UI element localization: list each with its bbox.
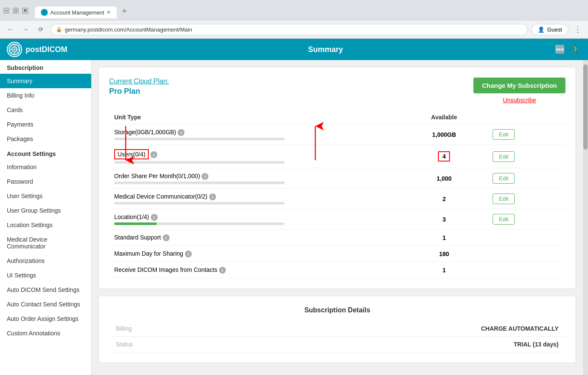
unit-name-cell: Maximum Day for Sharing i: [109, 246, 401, 262]
sidebar-item-custom-annotations[interactable]: Custom Annotations: [0, 326, 91, 340]
available-value: 1: [442, 267, 446, 274]
scrollbar-thumb[interactable]: [583, 64, 588, 150]
available-value: 180: [439, 251, 449, 257]
edit-cell: Edit: [487, 145, 565, 168]
info-icon[interactable]: i: [151, 214, 158, 221]
info-icon[interactable]: i: [209, 193, 216, 200]
edit-button[interactable]: Edit: [493, 193, 515, 204]
unit-name: Receive DICOM Images from Contacts: [114, 266, 217, 273]
guest-button[interactable]: 👤 Guest: [531, 24, 568, 35]
url-bar[interactable]: 🔒 germany.postdicom.com/AccountManagemen…: [50, 24, 528, 35]
sidebar-item-user-settings[interactable]: User Settings: [0, 189, 91, 203]
exit-icon[interactable]: 🚶: [571, 44, 581, 55]
available-cell: 2: [401, 189, 487, 209]
info-icon[interactable]: i: [163, 234, 170, 241]
sidebar-item-ui-settings[interactable]: UI Settings: [0, 268, 91, 283]
maximize-button[interactable]: □: [13, 8, 19, 14]
table-row: Order Share Per Month(0/1,000) i1,000Edi…: [109, 168, 565, 189]
edit-button[interactable]: Edit: [493, 214, 515, 225]
logo-icon: [7, 42, 22, 57]
sidebar-item-information[interactable]: Information: [0, 160, 91, 174]
col-available: Available: [401, 110, 487, 124]
sidebar-item-billing-info[interactable]: Billing Info: [0, 88, 91, 103]
url-lock-icon: 🔒: [56, 26, 62, 32]
sidebar-item-password[interactable]: Password: [0, 174, 91, 189]
unit-name: Medical Device Communicator(0/2): [114, 193, 208, 200]
edit-cell: [487, 246, 565, 262]
sidebar-item-auto-dicom[interactable]: Auto DICOM Send Settings: [0, 283, 91, 297]
unit-name: Storage(0GB/1,000GB): [114, 129, 176, 136]
table-row: Receive DICOM Images from Contacts i1: [109, 262, 565, 278]
forward-button[interactable]: →: [20, 23, 32, 35]
table-row: Storage(0GB/1,000GB) i1,000GBEdit: [109, 124, 565, 145]
unit-name: Order Share Per Month(0/1,000): [114, 173, 200, 179]
available-value: 1: [442, 234, 446, 241]
url-text: germany.postdicom.com/AccountManagement/…: [65, 26, 192, 33]
close-button[interactable]: ✕: [22, 8, 28, 14]
sidebar-item-location-settings[interactable]: Location Settings: [0, 218, 91, 232]
main-layout: Subscription Summary Billing Info Cards …: [0, 60, 588, 375]
edit-button[interactable]: Edit: [493, 151, 515, 162]
sidebar-item-payments[interactable]: Payments: [0, 117, 91, 132]
sidebar-item-summary[interactable]: Summary: [0, 74, 91, 88]
info-icon[interactable]: i: [202, 173, 208, 180]
table-row: Standard Support i1: [109, 230, 565, 246]
notification-icon[interactable]: 🆕: [555, 44, 565, 55]
change-subscription-button[interactable]: Change My Subscription: [473, 78, 565, 93]
sidebar: Subscription Summary Billing Info Cards …: [0, 60, 92, 375]
info-icon[interactable]: i: [178, 129, 184, 136]
sidebar-item-authorizations[interactable]: Authorizations: [0, 254, 91, 268]
plan-header: Current Cloud Plan: Pro Plan Change My S…: [109, 78, 565, 104]
scrollbar[interactable]: [583, 60, 588, 375]
info-icon[interactable]: i: [150, 151, 157, 158]
tab-close-button[interactable]: ✕: [107, 9, 111, 15]
details-row: StatusTRIAL (13 days): [109, 337, 565, 352]
logo-text: postDICOM: [26, 45, 67, 54]
available-cell: 4: [401, 145, 487, 168]
unit-name: Location(1/4): [114, 213, 149, 220]
available-value: 1,000GB: [432, 131, 456, 138]
back-button[interactable]: ←: [4, 23, 16, 35]
progress-bar-container: [114, 222, 285, 225]
reload-button[interactable]: ⟳: [35, 23, 47, 35]
tab-title: Account Management: [50, 9, 104, 16]
details-label: Status: [109, 337, 160, 352]
active-tab[interactable]: Account Management ✕: [35, 6, 117, 18]
unit-name-cell: Order Share Per Month(0/1,000) i: [109, 168, 401, 189]
window-controls: – □ ✕: [3, 8, 28, 14]
app-header: postDICOM Summary 🆕 🚶: [0, 39, 588, 60]
available-cell: 1: [401, 230, 487, 246]
edit-button[interactable]: Edit: [493, 173, 515, 184]
table-row: Maximum Day for Sharing i180: [109, 246, 565, 262]
sidebar-item-medical-device[interactable]: Medical Device Communicator: [0, 232, 91, 254]
minimize-button[interactable]: –: [3, 8, 9, 14]
plan-card: Current Cloud Plan: Pro Plan Change My S…: [98, 67, 576, 289]
tab-bar: Account Management ✕ +: [32, 3, 585, 18]
col-action: [487, 110, 565, 124]
plan-actions: Change My Subscription Unsubscribe: [473, 78, 565, 104]
edit-button[interactable]: Edit: [493, 129, 515, 140]
col-unit-type: Unit Type: [109, 110, 401, 124]
current-plan-label[interactable]: Current Cloud Plan:: [109, 78, 169, 85]
available-cell: 180: [401, 246, 487, 262]
sidebar-item-cards[interactable]: Cards: [0, 103, 91, 117]
unit-name-cell: Receive DICOM Images from Contacts i: [109, 262, 401, 278]
new-tab-button[interactable]: +: [117, 4, 132, 18]
unit-name-highlighted: Users(0/4): [114, 149, 149, 159]
table-row: Medical Device Communicator(0/2) i2Edit: [109, 189, 565, 209]
info-icon[interactable]: i: [219, 267, 226, 274]
main-content: Current Cloud Plan: Pro Plan Change My S…: [92, 60, 583, 375]
more-options-button[interactable]: ⋮: [572, 23, 584, 35]
account-section-title: Account Settings: [0, 146, 91, 160]
available-value: 1,000: [437, 175, 452, 182]
guest-icon: 👤: [538, 26, 545, 33]
browser-chrome: – □ ✕ Account Management ✕ + ← → ⟳ 🔒 ger…: [0, 0, 588, 39]
sidebar-item-auto-contact[interactable]: Auto Contact Send Settings: [0, 297, 91, 312]
sidebar-item-auto-order[interactable]: Auto Order Assign Settings: [0, 312, 91, 326]
sidebar-item-packages[interactable]: Packages: [0, 132, 91, 146]
info-icon[interactable]: i: [185, 251, 192, 257]
available-cell: 3: [401, 209, 487, 230]
sidebar-item-user-group-settings[interactable]: User Group Settings: [0, 203, 91, 218]
plan-name: Pro Plan: [109, 87, 169, 96]
unsubscribe-button[interactable]: Unsubscribe: [503, 97, 536, 104]
